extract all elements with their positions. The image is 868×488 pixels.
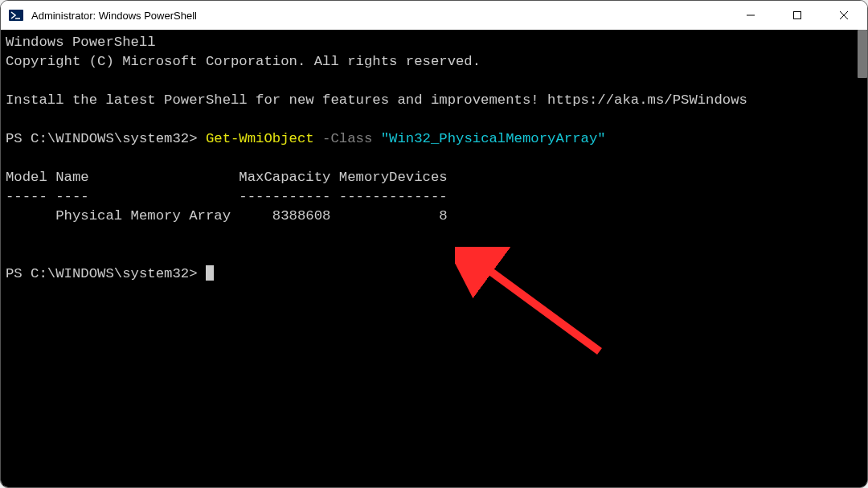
scrollbar-track[interactable]: [856, 30, 867, 487]
command-name: Get-WmiObject: [206, 131, 314, 146]
banner-line1: Windows PowerShell: [6, 35, 156, 50]
arrow-annotation-icon: [455, 247, 632, 383]
cursor: [206, 265, 214, 281]
window-title: Administrator: Windows PowerShell: [31, 10, 727, 22]
output-row: Physical Memory Array 8388608 8: [6, 208, 448, 223]
minimize-button[interactable]: [727, 1, 774, 30]
prompt-1: PS C:\WINDOWS\system32>: [6, 131, 206, 146]
powershell-icon: [9, 8, 23, 23]
window-controls: [727, 1, 867, 30]
scrollbar-thumb[interactable]: [858, 30, 867, 78]
svg-rect-3: [794, 12, 801, 19]
prompt-2: PS C:\WINDOWS\system32>: [6, 266, 206, 281]
terminal-area[interactable]: Windows PowerShell Copyright (C) Microso…: [1, 30, 867, 487]
output-divider: ----- ---- ----------- -------------: [6, 189, 448, 204]
titlebar[interactable]: Administrator: Windows PowerShell: [1, 1, 867, 30]
install-message: Install the latest PowerShell for new fe…: [6, 92, 747, 108]
output-header: Model Name MaxCapacity MemoryDevices: [6, 170, 448, 185]
svg-line-7: [479, 263, 600, 351]
powershell-window: Administrator: Windows PowerShell Window…: [0, 0, 868, 488]
maximize-button[interactable]: [774, 1, 821, 30]
banner-line2: Copyright (C) Microsoft Corporation. All…: [6, 54, 481, 69]
command-param: -Class: [314, 131, 381, 146]
command-arg: "Win32_PhysicalMemoryArray": [381, 131, 606, 146]
close-button[interactable]: [821, 1, 867, 30]
